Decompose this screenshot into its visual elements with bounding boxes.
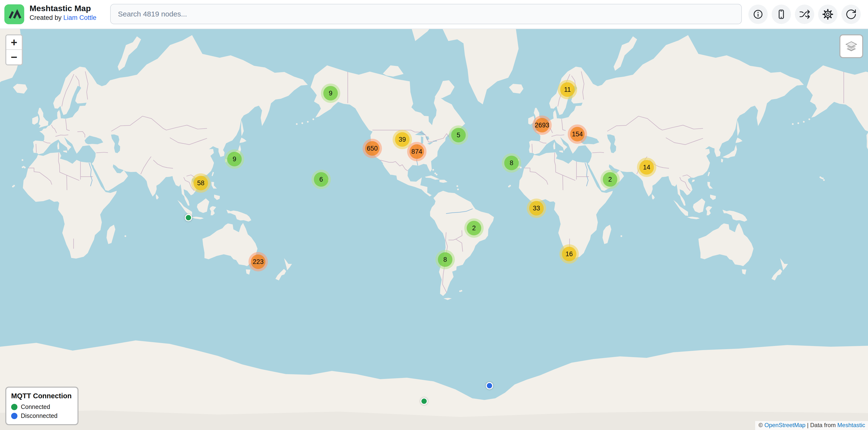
map-islet bbox=[620, 235, 622, 237]
device-button[interactable] bbox=[772, 5, 791, 24]
map-islet bbox=[822, 177, 824, 179]
cluster-count: 154 bbox=[570, 127, 585, 141]
cluster-marker[interactable]: 2 bbox=[464, 219, 484, 238]
cluster-marker[interactable]: 8 bbox=[502, 153, 521, 173]
title-block: Meshtastic Map Created by Liam Cottle bbox=[30, 3, 96, 22]
map-islet bbox=[24, 167, 26, 168]
cluster-marker[interactable]: 33 bbox=[527, 199, 546, 218]
copyright-text: © bbox=[758, 422, 764, 428]
mqtt-legend: MQTT Connection ConnectedDisconnected bbox=[5, 387, 79, 425]
cluster-count: 8 bbox=[438, 252, 453, 267]
map-islet bbox=[307, 121, 309, 123]
map-islet bbox=[432, 169, 434, 171]
cluster-count: 16 bbox=[562, 247, 577, 261]
legend-label: Disconnected bbox=[21, 412, 57, 419]
node-marker-disconnected[interactable] bbox=[486, 382, 493, 389]
map-islet bbox=[457, 189, 459, 190]
cluster-count: 9 bbox=[323, 86, 338, 100]
map-islet bbox=[792, 123, 794, 125]
cluster-marker[interactable]: 650 bbox=[363, 139, 382, 158]
cluster-count: 11 bbox=[560, 82, 575, 97]
cluster-count: 2 bbox=[603, 172, 617, 187]
map-islet bbox=[461, 290, 462, 292]
cluster-count: 874 bbox=[409, 144, 424, 159]
node-marker-connected[interactable] bbox=[421, 398, 428, 405]
byline: Created by Liam Cottle bbox=[30, 14, 96, 22]
layers-icon bbox=[844, 39, 858, 53]
map-islet bbox=[436, 174, 437, 175]
cluster-marker[interactable]: 8 bbox=[435, 250, 455, 269]
map-islet bbox=[509, 185, 511, 187]
cluster-count: 223 bbox=[251, 255, 266, 269]
zoom-control: + − bbox=[5, 34, 23, 65]
cluster-count: 8 bbox=[504, 156, 519, 170]
osm-link[interactable]: OpenStreetMap bbox=[764, 422, 805, 428]
map-islet bbox=[798, 122, 799, 124]
node-marker-connected[interactable] bbox=[185, 214, 192, 221]
legend-dot-icon bbox=[11, 404, 18, 410]
cluster-marker[interactable]: 14 bbox=[637, 158, 656, 177]
map-islet bbox=[457, 185, 458, 187]
header-buttons bbox=[748, 5, 861, 24]
author-link[interactable]: Liam Cottle bbox=[63, 14, 97, 21]
cluster-marker[interactable]: 874 bbox=[407, 142, 427, 161]
map-islet bbox=[296, 123, 298, 125]
cluster-marker[interactable]: 9 bbox=[225, 150, 244, 169]
map-islet bbox=[22, 159, 23, 161]
map-attribution: © OpenStreetMap | Data from Meshtastic bbox=[755, 421, 868, 430]
meshtastic-logo bbox=[4, 4, 24, 24]
attribution-separator: | Data from bbox=[806, 422, 837, 428]
cluster-count: 650 bbox=[365, 141, 379, 156]
cluster-marker[interactable]: 5 bbox=[449, 125, 468, 145]
layers-button[interactable] bbox=[839, 34, 863, 58]
gear-icon bbox=[822, 8, 834, 20]
meshtastic-link[interactable]: Meshtastic bbox=[837, 422, 865, 428]
cluster-marker[interactable]: 58 bbox=[191, 173, 211, 193]
map-islet bbox=[808, 119, 810, 120]
cluster-marker[interactable]: 2693 bbox=[532, 115, 552, 135]
legend-item: Disconnected bbox=[11, 412, 72, 419]
info-button[interactable] bbox=[748, 5, 768, 24]
legend-label: Connected bbox=[21, 403, 50, 410]
legend-items: ConnectedDisconnected bbox=[11, 403, 72, 419]
map-islet bbox=[302, 122, 303, 124]
refresh-button[interactable] bbox=[841, 5, 861, 24]
map-islet bbox=[312, 119, 314, 120]
cluster-marker[interactable]: 2 bbox=[600, 170, 620, 189]
legend-dot-icon bbox=[11, 413, 18, 419]
zoom-out-button[interactable]: − bbox=[6, 50, 22, 64]
legend-item: Connected bbox=[11, 403, 72, 410]
shuffle-icon bbox=[799, 8, 810, 20]
mountains-logo-icon bbox=[4, 4, 24, 24]
shuffle-button[interactable] bbox=[795, 5, 814, 24]
refresh-icon bbox=[845, 8, 857, 20]
settings-button[interactable] bbox=[818, 5, 837, 24]
cluster-marker[interactable]: 11 bbox=[558, 80, 577, 99]
cluster-count: 2 bbox=[467, 221, 481, 235]
cluster-marker[interactable]: 9 bbox=[321, 84, 340, 103]
cluster-count: 5 bbox=[451, 128, 466, 142]
cluster-marker[interactable]: 223 bbox=[248, 252, 268, 271]
cluster-marker[interactable]: 154 bbox=[568, 125, 587, 144]
world-map-tiles bbox=[0, 0, 868, 430]
zoom-in-button[interactable]: + bbox=[6, 35, 22, 50]
map-islet bbox=[803, 121, 805, 123]
cluster-marker[interactable]: 16 bbox=[559, 244, 579, 264]
search-input[interactable] bbox=[110, 4, 742, 24]
legend-title: MQTT Connection bbox=[11, 392, 72, 400]
info-icon bbox=[752, 8, 764, 20]
cluster-count: 39 bbox=[395, 132, 409, 147]
smartphone-icon bbox=[775, 8, 787, 20]
cluster-count: 58 bbox=[193, 176, 208, 190]
map-islet bbox=[124, 235, 126, 237]
map-islet bbox=[13, 185, 15, 187]
map-islet bbox=[823, 179, 825, 181]
app-header: Meshtastic Map Created by Liam Cottle bbox=[0, 0, 868, 29]
map-canvas[interactable]: 911269315439587465089586214332816223 bbox=[0, 0, 868, 430]
page-title: Meshtastic Map bbox=[30, 3, 96, 13]
map-islet bbox=[434, 173, 436, 174]
cluster-count: 6 bbox=[314, 172, 329, 187]
cluster-count: 14 bbox=[640, 160, 654, 174]
cluster-count: 9 bbox=[227, 152, 242, 166]
cluster-marker[interactable]: 6 bbox=[311, 170, 331, 189]
